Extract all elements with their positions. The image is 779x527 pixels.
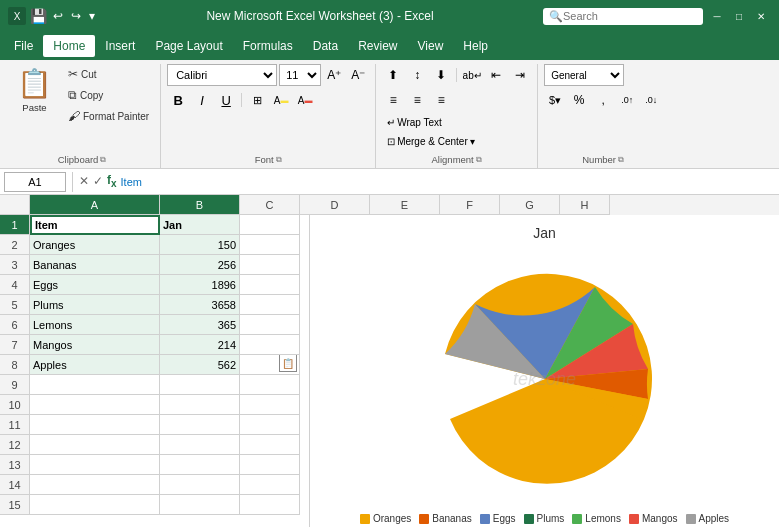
col-header-g[interactable]: G [500, 195, 560, 215]
menu-insert[interactable]: Insert [95, 35, 145, 57]
cell-a6[interactable]: Lemons [30, 315, 160, 335]
cell-b11[interactable] [160, 415, 240, 435]
cell-c6[interactable] [240, 315, 300, 335]
clipboard-expand-icon[interactable]: ⧉ [100, 155, 106, 165]
row-num-10[interactable]: 10 [0, 395, 30, 415]
col-header-c[interactable]: C [240, 195, 300, 215]
number-expand-icon[interactable]: ⧉ [618, 155, 624, 165]
cell-c12[interactable] [240, 435, 300, 455]
menu-file[interactable]: File [4, 35, 43, 57]
cell-a14[interactable] [30, 475, 160, 495]
row-num-9[interactable]: 9 [0, 375, 30, 395]
save-icon[interactable]: 💾 [30, 8, 47, 24]
format-painter-button[interactable]: 🖌 Format Painter [63, 106, 154, 126]
cell-a4[interactable]: Eggs [30, 275, 160, 295]
col-header-a[interactable]: A [30, 195, 160, 215]
cell-c10[interactable] [240, 395, 300, 415]
col-header-b[interactable]: B [160, 195, 240, 215]
increase-decimal-btn[interactable]: .0↑ [616, 89, 638, 111]
cell-b3[interactable]: 256 [160, 255, 240, 275]
cell-a11[interactable] [30, 415, 160, 435]
cell-b10[interactable] [160, 395, 240, 415]
borders-button[interactable]: ⊞ [246, 89, 268, 111]
cell-b7[interactable]: 214 [160, 335, 240, 355]
cell-c13[interactable] [240, 455, 300, 475]
close-btn[interactable]: ✕ [751, 8, 771, 24]
row-num-12[interactable]: 12 [0, 435, 30, 455]
cell-a9[interactable] [30, 375, 160, 395]
align-bottom-btn[interactable]: ⬇ [430, 64, 452, 86]
decrease-decimal-btn[interactable]: .0↓ [640, 89, 662, 111]
wrap-text-button[interactable]: ↵ Wrap Text [382, 114, 480, 131]
comma-btn[interactable]: , [592, 89, 614, 111]
paste-options-button[interactable]: 📋 [279, 355, 297, 372]
cell-a13[interactable] [30, 455, 160, 475]
menu-data[interactable]: Data [303, 35, 348, 57]
cell-c14[interactable] [240, 475, 300, 495]
formula-input[interactable] [121, 176, 775, 188]
cell-c5[interactable] [240, 295, 300, 315]
font-size-select[interactable]: 11 [279, 64, 321, 86]
row-num-13[interactable]: 13 [0, 455, 30, 475]
cell-c3[interactable] [240, 255, 300, 275]
col-header-f[interactable]: F [440, 195, 500, 215]
redo-icon[interactable]: ↪ [71, 9, 81, 23]
cell-c2[interactable] [240, 235, 300, 255]
cell-a5[interactable]: Plums [30, 295, 160, 315]
alignment-expand-icon[interactable]: ⧉ [476, 155, 482, 165]
cell-a10[interactable] [30, 395, 160, 415]
menu-view[interactable]: View [408, 35, 454, 57]
row-num-7[interactable]: 7 [0, 335, 30, 355]
cell-a3[interactable]: Bananas [30, 255, 160, 275]
underline-button[interactable]: U [215, 89, 237, 111]
row-num-14[interactable]: 14 [0, 475, 30, 495]
row-num-15[interactable]: 15 [0, 495, 30, 515]
font-size-decrease-btn[interactable]: A⁻ [347, 64, 369, 86]
align-middle-btn[interactable]: ↕ [406, 64, 428, 86]
cell-b6[interactable]: 365 [160, 315, 240, 335]
col-header-d[interactable]: D [300, 195, 370, 215]
cancel-formula-icon[interactable]: ✕ [79, 174, 89, 188]
font-color-button[interactable]: A▬ [294, 89, 316, 111]
cell-a12[interactable] [30, 435, 160, 455]
merge-center-button[interactable]: ⊡ Merge & Center ▾ [382, 133, 480, 150]
cell-b2[interactable]: 150 [160, 235, 240, 255]
align-center-btn[interactable]: ≡ [406, 89, 428, 111]
cell-b8[interactable]: 562 [160, 355, 240, 375]
search-box[interactable]: 🔍 [543, 8, 703, 25]
italic-button[interactable]: I [191, 89, 213, 111]
cell-a7[interactable]: Mangos [30, 335, 160, 355]
font-family-select[interactable]: Calibri [167, 64, 277, 86]
cell-b1[interactable]: Jan [160, 215, 240, 235]
undo-icon[interactable]: ↩ [53, 9, 63, 23]
copy-button[interactable]: ⧉ Copy [63, 85, 154, 105]
cell-c11[interactable] [240, 415, 300, 435]
cell-a8[interactable]: Apples [30, 355, 160, 375]
paste-button[interactable]: 📋 Paste [10, 64, 59, 118]
row-num-11[interactable]: 11 [0, 415, 30, 435]
row-num-5[interactable]: 5 [0, 295, 30, 315]
number-format-select[interactable]: General [544, 64, 624, 86]
confirm-formula-icon[interactable]: ✓ [93, 174, 103, 188]
percent-btn[interactable]: % [568, 89, 590, 111]
cell-reference-box[interactable] [4, 172, 66, 192]
search-input[interactable] [563, 10, 683, 22]
align-left-btn[interactable]: ≡ [382, 89, 404, 111]
cell-b13[interactable] [160, 455, 240, 475]
cell-b15[interactable] [160, 495, 240, 515]
indent-increase-btn[interactable]: ⇥ [509, 64, 531, 86]
cell-c4[interactable] [240, 275, 300, 295]
bold-button[interactable]: B [167, 89, 189, 111]
cell-b5[interactable]: 3658 [160, 295, 240, 315]
cell-b14[interactable] [160, 475, 240, 495]
menu-help[interactable]: Help [453, 35, 498, 57]
align-top-btn[interactable]: ⬆ [382, 64, 404, 86]
row-num-1[interactable]: 1 [0, 215, 30, 235]
cell-a15[interactable] [30, 495, 160, 515]
menu-page-layout[interactable]: Page Layout [145, 35, 232, 57]
cell-b4[interactable]: 1896 [160, 275, 240, 295]
cell-c15[interactable] [240, 495, 300, 515]
text-direction-btn[interactable]: ab↵ [461, 64, 483, 86]
cell-a2[interactable]: Oranges [30, 235, 160, 255]
row-num-2[interactable]: 2 [0, 235, 30, 255]
